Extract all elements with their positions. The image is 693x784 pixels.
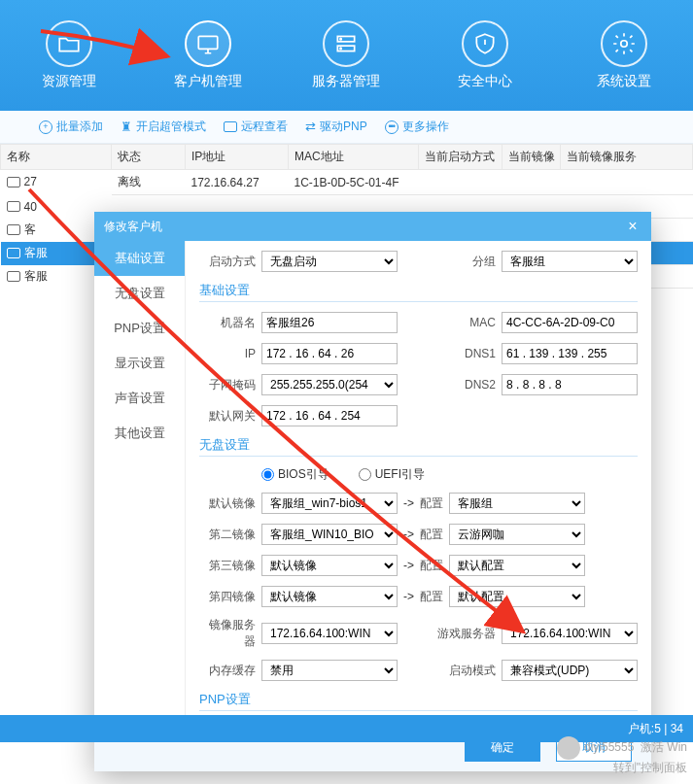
boot-mode-select[interactable]: 无盘启动 [261, 251, 398, 272]
remote-icon [224, 121, 237, 132]
plus-icon: + [39, 120, 52, 134]
arrow-icon: -> [403, 590, 414, 603]
dialog-titlebar[interactable]: 修改客户机 × [94, 212, 651, 241]
img4-select[interactable]: 默认镜像 [261, 586, 398, 607]
monitor-icon [7, 177, 20, 187]
nav-resource[interactable]: 资源管理 [0, 0, 139, 111]
nav-security-label: 安全中心 [458, 73, 512, 90]
col-mac[interactable]: MAC地址 [289, 145, 419, 170]
dialog-sidebar: 基础设置 无盘设置 PNP设置 显示设置 声音设置 其他设置 [94, 241, 186, 723]
img2-select[interactable]: 客服组_WIN10_BIO [261, 524, 398, 545]
super-mode-button[interactable]: ♜开启超管模式 [121, 119, 206, 135]
sidebar-item-other[interactable]: 其他设置 [94, 416, 185, 451]
col-img[interactable]: 当前镜像 [502, 145, 561, 170]
batch-add-label: 批量添加 [56, 119, 103, 135]
imgsrv-select[interactable]: 172.16.64.100:WIN [261, 623, 398, 644]
cfg-label: 配置 [420, 527, 443, 543]
mask-select[interactable]: 255.255.255.0(254 [261, 374, 398, 395]
cfg1-select[interactable]: 客服组 [449, 493, 585, 514]
sidebar-item-diskless[interactable]: 无盘设置 [94, 276, 185, 311]
cfg3-select[interactable]: 默认配置 [449, 555, 585, 576]
dns1-input[interactable] [502, 343, 638, 364]
dns1-label: DNS1 [457, 347, 496, 360]
col-boot[interactable]: 当前启动方式 [419, 145, 502, 170]
svg-point-3 [340, 38, 341, 39]
svg-point-4 [340, 48, 341, 49]
drive-pnp-button[interactable]: ⇄驱动PNP [305, 119, 367, 135]
mask-label: 子网掩码 [199, 377, 256, 393]
group-select[interactable]: 客服组 [502, 251, 638, 272]
more-label: 更多操作 [402, 119, 449, 135]
monitor-icon [185, 20, 231, 67]
cfg4-select[interactable]: 默认配置 [449, 586, 585, 607]
gear-icon [601, 20, 647, 67]
section-basic: 基础设置 [199, 282, 638, 302]
grid-header-row: 名称 状态 IP地址 MAC地址 当前启动方式 当前镜像 当前镜像服务 [1, 145, 693, 170]
boot-mode-label: 启动方式 [199, 254, 256, 270]
img3-label: 第三镜像 [199, 558, 256, 574]
sidebar-item-display[interactable]: 显示设置 [94, 346, 185, 381]
section-pnp: PNP设置 [199, 691, 638, 711]
gateway-label: 默认网关 [199, 408, 256, 425]
gateway-input[interactable] [261, 405, 398, 426]
table-row[interactable]: 27离线172.16.64.271C-1B-0D-5C-01-4F [1, 170, 693, 195]
more-button[interactable]: •••更多操作 [385, 119, 449, 135]
cell-boot [419, 170, 502, 195]
img3-select[interactable]: 默认镜像 [261, 555, 398, 576]
cfg2-select[interactable]: 云游网咖 [449, 524, 585, 545]
gamesrv-select[interactable]: 172.16.64.100:WIN [502, 623, 638, 644]
sidebar-item-basic[interactable]: 基础设置 [94, 241, 185, 276]
sidebar-item-sound[interactable]: 声音设置 [94, 381, 185, 416]
bootmode-label: 启动模式 [437, 663, 496, 679]
nav-settings[interactable]: 系统设置 [554, 0, 693, 111]
cell-svc [561, 170, 693, 195]
uefi-radio[interactable]: UEFI引导 [359, 466, 425, 483]
col-svc[interactable]: 当前镜像服务 [561, 145, 693, 170]
ip-input[interactable] [261, 343, 398, 364]
batch-add-button[interactable]: +批量添加 [39, 119, 103, 135]
drive-pnp-label: 驱动PNP [320, 119, 367, 135]
monitor-icon [7, 224, 20, 235]
mac-label: MAC [457, 316, 496, 329]
nav-client[interactable]: 客户机管理 [139, 0, 278, 111]
cfg-label: 配置 [420, 589, 443, 605]
nav-client-label: 客户机管理 [174, 73, 242, 90]
imgsrv-label: 镜像服务器 [199, 617, 256, 650]
bios-radio-input[interactable] [261, 468, 274, 481]
mac-input[interactable] [502, 312, 638, 333]
col-status[interactable]: 状态 [112, 145, 186, 170]
section-diskless: 无盘设置 [199, 436, 638, 457]
close-icon[interactable]: × [624, 218, 641, 235]
uefi-radio-input[interactable] [359, 468, 371, 481]
top-nav: 资源管理 客户机管理 服务器管理 安全中心 系统设置 [0, 0, 693, 111]
img4-label: 第四镜像 [199, 589, 256, 605]
arrow-icon: -> [403, 528, 414, 541]
sidebar-item-pnp[interactable]: PNP设置 [94, 311, 185, 346]
nav-server[interactable]: 服务器管理 [277, 0, 416, 111]
img1-label: 默认镜像 [199, 495, 256, 512]
arrow-icon: -> [403, 559, 414, 572]
col-name[interactable]: 名称 [1, 145, 112, 170]
nav-security[interactable]: 安全中心 [416, 0, 555, 111]
toolbar: +批量添加 ♜开启超管模式 远程查看 ⇄驱动PNP •••更多操作 [0, 111, 693, 144]
img1-select[interactable]: 客服组_win7-bios1 [261, 493, 398, 514]
edit-client-dialog: 修改客户机 × 基础设置 无盘设置 PNP设置 显示设置 声音设置 其他设置 启… [94, 212, 651, 771]
dns2-input[interactable] [502, 374, 638, 395]
cfg-label: 配置 [420, 495, 443, 512]
cell-img [502, 170, 561, 195]
more-icon: ••• [385, 120, 398, 134]
machine-input[interactable] [261, 312, 398, 333]
bios-radio[interactable]: BIOS引导 [261, 466, 329, 483]
memcache-label: 内存缓存 [199, 663, 256, 679]
uefi-radio-label: UEFI引导 [375, 466, 425, 483]
bootmode-select[interactable]: 兼容模式(UDP) [502, 660, 638, 681]
svg-point-5 [620, 41, 627, 48]
col-ip[interactable]: IP地址 [186, 145, 289, 170]
cell-name: 40 [24, 200, 37, 214]
svg-rect-0 [198, 36, 218, 49]
memcache-select[interactable]: 禁用 [261, 660, 398, 681]
group-label: 分组 [457, 254, 496, 270]
machine-label: 机器名 [199, 315, 256, 331]
remote-view-button[interactable]: 远程查看 [224, 119, 288, 135]
watermark-line2: 转到"控制面板 [557, 760, 687, 776]
